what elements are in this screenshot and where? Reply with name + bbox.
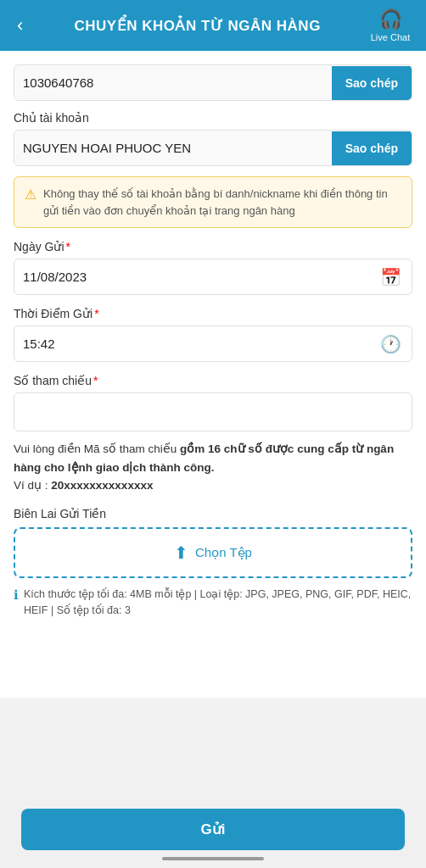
upload-icon: ⬆ (174, 542, 188, 563)
instruction-text: Vui lòng điền Mã số tham chiếu gồm 16 ch… (14, 440, 412, 495)
send-time-label: Thời Điểm Gửi* (14, 307, 412, 320)
send-time-required: * (94, 307, 98, 320)
livechat-label: Live Chat (371, 32, 410, 42)
file-info: ℹ Kích thước tệp tối đa: 4MB mỗi tệp | L… (14, 587, 412, 619)
livechat-button[interactable]: 🎧 Live Chat (365, 5, 416, 46)
send-date-input[interactable] (14, 259, 370, 294)
send-time-input[interactable] (14, 326, 370, 361)
send-date-field[interactable]: 📅 (14, 259, 412, 295)
account-number-value: 1030640768 (14, 65, 332, 100)
header: ‹ CHUYỂN KHOẢN TỪ NGÂN HÀNG 🎧 Live Chat (0, 0, 426, 51)
upload-label: Chọn Tệp (195, 545, 252, 560)
back-button[interactable]: ‹ (10, 8, 30, 43)
upload-button[interactable]: ⬆ Chọn Tệp (14, 527, 412, 578)
send-time-field[interactable]: 🕐 (14, 326, 412, 362)
copy-account-number-button[interactable]: Sao chép (332, 66, 412, 100)
headset-icon: 🎧 (379, 8, 402, 31)
warning-box: ⚠ Không thay thế số tài khoản bằng bí da… (14, 176, 412, 228)
warning-text: Không thay thế số tài khoản bằng bí danh… (43, 186, 401, 219)
warning-icon: ⚠ (25, 186, 36, 219)
send-date-required: * (66, 240, 70, 253)
instruction-example-label: Ví dụ : (14, 479, 51, 492)
account-owner-row: NGUYEN HOAI PHUOC YEN Sao chép (14, 130, 412, 166)
copy-account-owner-button[interactable]: Sao chép (332, 131, 412, 165)
account-number-row: 1030640768 Sao chép (14, 64, 412, 101)
file-info-text: Kích thước tệp tối đa: 4MB mỗi tệp | Loạ… (24, 587, 412, 619)
bottom-bar: Gửi (0, 800, 426, 868)
reference-input[interactable] (14, 392, 412, 431)
info-icon: ℹ (14, 587, 19, 603)
reference-label: Số tham chiếu* (14, 374, 412, 387)
calendar-icon: 📅 (370, 267, 412, 287)
home-indicator (162, 857, 264, 860)
account-owner-value: NGUYEN HOAI PHUOC YEN (14, 131, 332, 165)
clock-icon: 🕐 (370, 334, 412, 354)
page-title: CHUYỂN KHOẢN TỪ NGÂN HÀNG (30, 17, 365, 35)
send-date-label: Ngày Gửi* (14, 240, 412, 253)
account-owner-label: Chủ tài khoản (14, 111, 412, 125)
instruction-example-value: 20xxxxxxxxxxxxxx (51, 479, 153, 492)
form-content: 1030640768 Sao chép Chủ tài khoản NGUYEN… (0, 51, 426, 698)
instruction-line1: Vui lòng điền Mã số tham chiếu (14, 442, 180, 455)
reference-required: * (93, 374, 98, 387)
receipt-label: Biên Lai Gửi Tiền (14, 507, 412, 520)
submit-button[interactable]: Gửi (21, 809, 405, 850)
